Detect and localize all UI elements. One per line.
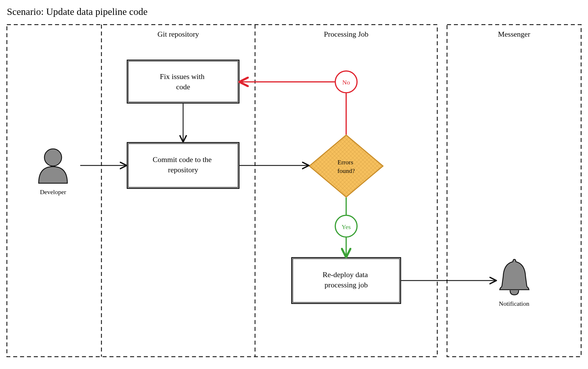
svg-marker-19 bbox=[309, 135, 383, 197]
errors-decision-diamond: Errors found? bbox=[309, 135, 383, 197]
notification-label: Notification bbox=[499, 300, 529, 307]
decision-no-label: No bbox=[342, 79, 350, 86]
lane-messenger-title: Messenger bbox=[498, 30, 530, 38]
decision-yes-label: Yes bbox=[342, 223, 351, 230]
decision-no-badge: No bbox=[335, 71, 357, 93]
redeploy-line1: Re-deploy data bbox=[323, 271, 368, 279]
decision-line2: found? bbox=[337, 167, 355, 174]
lane-job-title: Processing Job bbox=[324, 30, 368, 38]
decision-yes-badge: Yes bbox=[335, 215, 357, 237]
svg-rect-14 bbox=[292, 258, 401, 303]
fix-issues-box: Fix issues with code bbox=[127, 60, 239, 103]
notification-actor: Notification bbox=[499, 259, 529, 307]
commit-box: Commit code to the repository bbox=[127, 143, 239, 188]
person-icon bbox=[39, 149, 67, 183]
decision-line1: Errors bbox=[338, 159, 353, 166]
commit-line2: repository bbox=[168, 166, 198, 174]
bell-icon bbox=[500, 259, 529, 295]
fix-issues-line1: Fix issues with bbox=[160, 72, 205, 81]
redeploy-box: Re-deploy data processing job bbox=[292, 258, 401, 303]
lane-git-title: Git repository bbox=[157, 30, 199, 38]
developer-actor: Developer bbox=[39, 149, 67, 196]
developer-label: Developer bbox=[40, 188, 66, 196]
scenario-title: Scenario: Update data pipeline code bbox=[7, 6, 148, 17]
svg-rect-8 bbox=[127, 60, 239, 103]
redeploy-line2: processing job bbox=[325, 281, 368, 289]
svg-rect-11 bbox=[127, 143, 239, 188]
fix-issues-line2: code bbox=[176, 83, 190, 91]
svg-point-7 bbox=[44, 149, 62, 166]
commit-line1: Commit code to the bbox=[153, 155, 212, 164]
